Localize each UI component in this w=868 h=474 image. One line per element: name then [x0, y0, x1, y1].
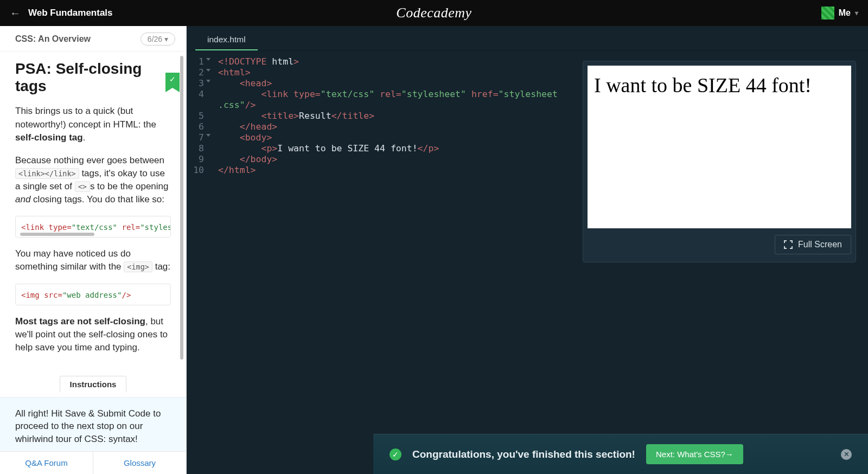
editor-tabs: index.html — [187, 26, 868, 51]
lesson-header: CSS: An Overview 6/26 ▾ — [0, 26, 186, 52]
chevron-down-icon: ▾ — [855, 9, 858, 17]
close-icon[interactable]: ✕ — [841, 449, 852, 460]
paragraph: You may have noticed us do something sim… — [15, 247, 171, 273]
tab-index-html[interactable]: index.html — [195, 26, 258, 50]
paragraph: Because nothing ever goes between <link>… — [15, 154, 171, 207]
line-gutter: 1 2 3 4 5 6 7 8 9 10 — [187, 56, 208, 474]
lesson-content[interactable]: PSA: Self-closing tags This brings us to… — [0, 52, 186, 397]
horizontal-scrollbar[interactable] — [20, 233, 94, 236]
inline-code: <> — [75, 181, 90, 192]
paragraph: This brings us to a quick (but noteworth… — [15, 105, 171, 144]
logo[interactable]: Codecademy — [396, 5, 471, 21]
step-selector[interactable]: 6/26 ▾ — [141, 33, 175, 46]
code-example: <img src="web address"/> — [15, 284, 171, 305]
inline-code: <link></link> — [15, 168, 79, 179]
course-title[interactable]: Web Fundamentals — [28, 8, 113, 18]
user-menu[interactable]: Me ▾ — [821, 7, 858, 20]
banner-message: Congratulations, you've finished this se… — [412, 449, 635, 460]
fullscreen-icon — [784, 240, 793, 249]
username: Me — [839, 8, 851, 18]
editor-area: index.html 1 2 3 4 5 6 7 8 9 10 <!DOCTYP… — [187, 26, 868, 474]
fullscreen-button[interactable]: Full Screen — [775, 235, 851, 254]
scrollbar[interactable] — [180, 56, 183, 360]
lesson-title: PSA: Self-closing tags — [15, 60, 171, 95]
instructions-tab[interactable]: Instructions — [60, 376, 127, 392]
back-arrow-icon[interactable]: ← — [10, 7, 21, 20]
sidebar-footer: Q&A Forum Glossary — [0, 451, 186, 474]
paragraph: Most tags are not self-closing, but we'l… — [15, 315, 171, 354]
next-button[interactable]: Next: What's CSS?→ — [646, 444, 743, 464]
lesson-sidebar: ✓ CSS: An Overview 6/26 ▾ PSA: Self-clos… — [0, 26, 187, 474]
preview-panel: I want to be SIZE 44 font! Full Screen — [583, 61, 856, 262]
preview-frame: I want to be SIZE 44 font! — [588, 66, 851, 228]
avatar — [821, 7, 834, 20]
lesson-name: CSS: An Overview — [15, 34, 91, 44]
inline-code: <img> — [124, 261, 152, 272]
instructions-panel: All right! Hit Save & Submit Code to pro… — [0, 397, 186, 451]
top-bar: ← Web Fundamentals Codecademy Me ▾ — [0, 0, 868, 26]
success-banner: ✓ Congratulations, you've finished this … — [373, 434, 868, 474]
glossary-link[interactable]: Glossary — [93, 452, 186, 474]
code-example: <link type="text/css" rel="styles — [15, 216, 171, 238]
qa-forum-link[interactable]: Q&A Forum — [0, 452, 93, 474]
preview-text: I want to be SIZE 44 font! — [594, 73, 845, 97]
check-icon: ✓ — [390, 449, 401, 460]
